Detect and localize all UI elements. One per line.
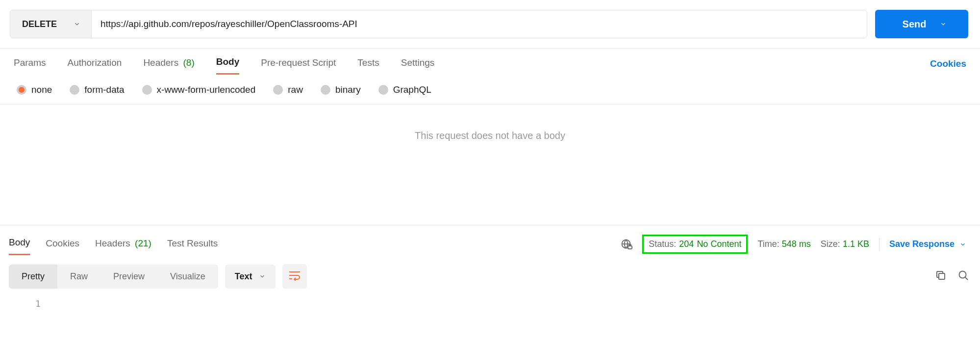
chevron-down-icon (74, 21, 80, 27)
radio-label: none (31, 84, 52, 95)
response-header: Body Cookies Headers (21) Test Results S… (0, 225, 980, 255)
tab-label: Tests (357, 57, 379, 68)
tab-params[interactable]: Params (14, 54, 46, 74)
radio-binary[interactable]: binary (321, 84, 361, 95)
radio-icon (321, 85, 330, 95)
tab-count: (21) (135, 238, 151, 248)
chevron-down-icon (259, 273, 266, 280)
response-toolbar: Pretty Raw Preview Visualize Text (0, 255, 980, 295)
radio-urlencoded[interactable]: x-www-form-urlencoded (142, 84, 256, 95)
save-response-button[interactable]: Save Response (889, 239, 969, 249)
radio-label: GraphQL (393, 84, 431, 95)
status-label: Status: (649, 239, 676, 249)
resp-tab-cookies[interactable]: Cookies (46, 234, 79, 255)
view-tab-pretty[interactable]: Pretty (9, 265, 57, 289)
radio-none[interactable]: none (17, 84, 52, 95)
wrap-lines-button[interactable] (282, 264, 307, 289)
request-bar: DELETE https://api.github.com/repos/raye… (0, 0, 980, 49)
cookies-link-label: Cookies (930, 58, 966, 69)
tab-settings[interactable]: Settings (401, 54, 435, 74)
send-button-label: Send (903, 19, 927, 30)
format-select-label: Text (235, 271, 252, 282)
response-body: 1 (0, 295, 980, 319)
svg-line-6 (965, 277, 968, 280)
radio-graphql[interactable]: GraphQL (378, 84, 431, 95)
wrap-icon (288, 270, 301, 283)
tab-label: Body (216, 56, 240, 67)
view-tab-label: Pretty (22, 271, 45, 281)
request-url-input[interactable]: https://api.github.com/repos/rayeschille… (92, 10, 867, 38)
status-box: Status: 204 No Content (642, 235, 748, 254)
radio-label: binary (335, 84, 361, 95)
tab-label: Body (9, 237, 30, 247)
tab-authorization[interactable]: Authorization (67, 54, 122, 74)
time-label: Time: (757, 239, 779, 249)
resp-tab-test-results[interactable]: Test Results (167, 234, 218, 255)
radio-icon (378, 85, 388, 95)
tab-label: Headers (95, 238, 130, 248)
radio-label: raw (288, 84, 303, 95)
tab-pre-request-script[interactable]: Pre-request Script (261, 54, 336, 74)
format-select[interactable]: Text (225, 265, 276, 289)
tab-label: Params (14, 57, 46, 68)
tab-body[interactable]: Body (216, 53, 240, 75)
radio-raw[interactable]: raw (273, 84, 303, 95)
radio-form-data[interactable]: form-data (70, 84, 124, 95)
tab-label: Settings (401, 57, 435, 68)
view-tab-preview[interactable]: Preview (101, 265, 157, 289)
save-response-label: Save Response (889, 239, 955, 249)
radio-label: form-data (84, 84, 124, 95)
radio-icon (273, 85, 283, 95)
tab-label: Authorization (67, 57, 122, 68)
globe-lock-icon (621, 239, 632, 250)
tab-headers[interactable]: Headers (8) (143, 54, 194, 74)
radio-icon (70, 85, 79, 95)
http-method-label: DELETE (22, 19, 57, 29)
tab-label: Test Results (167, 238, 218, 248)
size-label: Size: (821, 239, 840, 249)
search-button[interactable] (957, 269, 969, 284)
method-url-group: DELETE https://api.github.com/repos/raye… (10, 10, 867, 38)
view-tab-label: Raw (70, 271, 88, 281)
svg-rect-4 (939, 273, 945, 279)
size-meta: Size: 1.1 KB (821, 239, 869, 249)
line-number: 1 (11, 298, 969, 309)
chevron-down-icon (940, 21, 947, 27)
cookies-link[interactable]: Cookies (930, 58, 966, 69)
radio-label: x-www-form-urlencoded (157, 84, 256, 95)
response-meta: Status: 204 No Content Time: 548 ms Size… (621, 235, 969, 254)
http-method-select[interactable]: DELETE (10, 10, 92, 38)
size-value: 1.1 KB (843, 239, 869, 249)
radio-icon (17, 85, 26, 95)
tab-count: (8) (183, 57, 194, 68)
divider (879, 238, 879, 251)
svg-point-5 (959, 271, 966, 278)
view-tab-label: Preview (113, 271, 145, 281)
resp-tab-headers[interactable]: Headers (21) (95, 234, 151, 255)
request-tabs: Params Authorization Headers (8) Body Pr… (0, 49, 980, 75)
radio-icon (142, 85, 152, 95)
send-button[interactable]: Send (875, 10, 968, 38)
no-body-message: This request does not have a body (0, 105, 980, 225)
chevron-down-icon (959, 241, 966, 248)
tab-label: Headers (143, 57, 178, 68)
tab-label: Cookies (46, 238, 79, 248)
view-tab-raw[interactable]: Raw (57, 265, 101, 289)
resp-tab-body[interactable]: Body (9, 233, 30, 255)
view-tab-label: Visualize (170, 271, 205, 281)
request-url-text: https://api.github.com/repos/rayeschille… (101, 19, 357, 29)
copy-button[interactable] (935, 269, 947, 284)
time-meta: Time: 548 ms (757, 239, 810, 249)
svg-rect-1 (628, 246, 632, 249)
status-code: 204 (679, 239, 694, 249)
tab-label: Pre-request Script (261, 57, 336, 68)
time-value: 548 ms (782, 239, 811, 249)
tab-tests[interactable]: Tests (357, 54, 379, 74)
view-tab-visualize[interactable]: Visualize (157, 265, 218, 289)
body-type-radios: none form-data x-www-form-urlencoded raw… (0, 75, 980, 105)
status-text: No Content (697, 239, 741, 249)
view-tabs: Pretty Raw Preview Visualize (9, 265, 218, 289)
